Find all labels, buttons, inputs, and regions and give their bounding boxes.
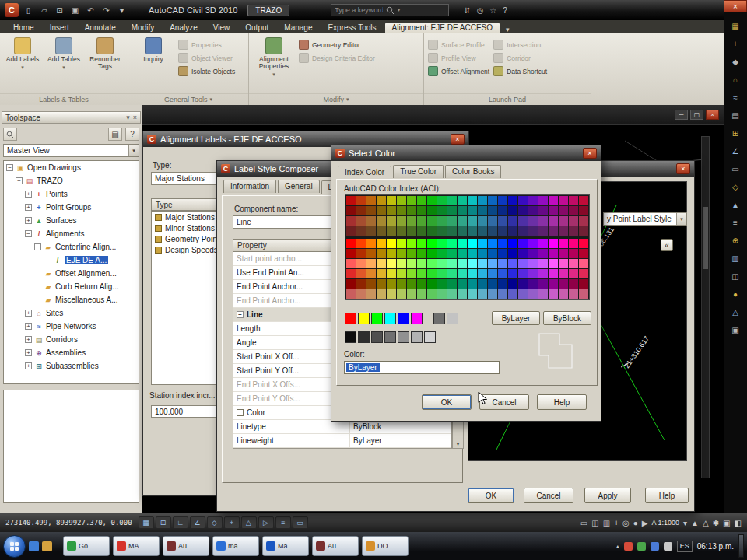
aci-swatch[interactable] bbox=[366, 239, 376, 248]
toolspace-autohide-icon[interactable]: ▾ bbox=[126, 114, 130, 121]
aci-swatch[interactable] bbox=[407, 226, 416, 236]
tree-item-open-drawings[interactable]: −▣Open Drawings bbox=[4, 161, 139, 174]
aci-swatch[interactable] bbox=[366, 279, 376, 289]
aci-swatch[interactable] bbox=[407, 279, 416, 289]
aci-swatch[interactable] bbox=[559, 289, 568, 299]
gray-shade-swatch[interactable] bbox=[358, 331, 370, 343]
tree-expand-toggle[interactable]: + bbox=[25, 191, 32, 198]
ribbon-button-geometry-editor[interactable]: Geometry Editor bbox=[299, 40, 375, 50]
aci-swatch[interactable] bbox=[498, 216, 507, 226]
aci-swatch[interactable] bbox=[377, 196, 386, 205]
aci-swatch[interactable] bbox=[579, 279, 588, 289]
composer-apply-button[interactable]: Apply bbox=[584, 488, 631, 503]
aci-swatch[interactable] bbox=[417, 239, 426, 248]
aci-swatch[interactable] bbox=[579, 239, 588, 248]
aci-swatch[interactable] bbox=[447, 216, 457, 226]
aci-swatch[interactable] bbox=[387, 289, 396, 299]
aci-swatch[interactable] bbox=[508, 269, 517, 278]
aci-swatch[interactable] bbox=[478, 289, 487, 299]
autoscale-icon[interactable]: △ bbox=[703, 519, 709, 527]
aci-swatch[interactable] bbox=[346, 259, 356, 268]
aci-swatch[interactable] bbox=[549, 249, 558, 258]
aci-swatch[interactable] bbox=[427, 279, 437, 289]
aci-swatch[interactable] bbox=[488, 259, 497, 268]
aci-swatch[interactable] bbox=[377, 269, 386, 278]
search-dropdown-icon[interactable]: ▾ bbox=[398, 7, 446, 13]
aci-swatch[interactable] bbox=[377, 289, 386, 299]
toolspace-close-icon[interactable]: × bbox=[133, 114, 137, 121]
close-icon[interactable]: × bbox=[583, 148, 597, 159]
composer-help-button[interactable]: Help bbox=[645, 488, 689, 503]
new-icon[interactable]: ▯ bbox=[23, 5, 34, 16]
taskbar-item-0[interactable]: Go... bbox=[63, 536, 110, 556]
ribbon-tab-home[interactable]: Home bbox=[6, 23, 41, 33]
aci-swatch[interactable] bbox=[528, 279, 538, 289]
aci-swatch[interactable] bbox=[356, 239, 366, 248]
aci-swatch[interactable] bbox=[518, 196, 528, 205]
aci-swatch[interactable] bbox=[559, 269, 568, 278]
aci-swatch[interactable] bbox=[569, 259, 578, 268]
aci-swatch[interactable] bbox=[508, 239, 517, 248]
aci-swatch[interactable] bbox=[366, 269, 376, 278]
search-icon[interactable] bbox=[386, 6, 395, 15]
tree-item-alignments[interactable]: −/Alignments bbox=[4, 227, 139, 240]
aci-swatch[interactable] bbox=[397, 216, 406, 226]
aci-swatch[interactable] bbox=[366, 289, 376, 299]
ribbon-button-intersection[interactable]: Intersection bbox=[493, 40, 547, 50]
aci-swatch[interactable] bbox=[579, 269, 588, 278]
aci-swatch[interactable] bbox=[518, 259, 528, 268]
aci-swatch[interactable] bbox=[488, 279, 497, 289]
aci-swatch[interactable] bbox=[538, 206, 548, 215]
right-toolbar-icon[interactable]: ⌂ bbox=[729, 74, 742, 85]
aci-swatch[interactable] bbox=[417, 206, 426, 215]
redo-icon[interactable]: ↷ bbox=[100, 5, 112, 16]
aci-swatch[interactable] bbox=[417, 226, 426, 236]
plot-icon[interactable]: ▣ bbox=[69, 5, 81, 16]
ribbon-panel-title[interactable]: Modify▾ bbox=[249, 93, 423, 105]
aci-swatch[interactable] bbox=[356, 206, 366, 215]
aci-swatch[interactable] bbox=[356, 196, 366, 205]
aci-swatch[interactable] bbox=[356, 226, 366, 236]
aci-swatch[interactable] bbox=[377, 279, 386, 289]
aci-swatch[interactable] bbox=[397, 269, 406, 278]
communication-center-icon[interactable]: ◎ bbox=[477, 6, 484, 15]
aci-swatch[interactable] bbox=[458, 196, 467, 205]
aci-swatch[interactable] bbox=[518, 269, 528, 278]
aci-swatch[interactable] bbox=[458, 216, 467, 226]
standard-color-swatch[interactable] bbox=[411, 313, 423, 324]
aci-swatch[interactable] bbox=[346, 196, 356, 205]
aci-swatch[interactable] bbox=[366, 216, 376, 226]
composer-tab-general[interactable]: General bbox=[278, 180, 320, 193]
aci-swatch[interactable] bbox=[498, 226, 507, 236]
aci-swatch[interactable] bbox=[498, 269, 507, 278]
tree-item-offset-alignmen[interactable]: ▰Offset Alignmen... bbox=[4, 267, 139, 280]
right-toolbar-icon[interactable]: ⊞ bbox=[729, 128, 742, 138]
aci-swatch[interactable] bbox=[518, 226, 528, 236]
aci-swatch[interactable] bbox=[498, 239, 507, 248]
aci-swatch[interactable] bbox=[498, 206, 507, 215]
show-motion-icon[interactable]: ▶ bbox=[642, 519, 648, 527]
aci-swatch[interactable] bbox=[579, 249, 588, 258]
aci-swatch[interactable] bbox=[579, 196, 588, 205]
aci-swatch[interactable] bbox=[387, 249, 396, 258]
aci-swatch[interactable] bbox=[397, 206, 406, 215]
aci-swatch[interactable] bbox=[346, 289, 356, 299]
tree-expand-toggle[interactable]: + bbox=[25, 362, 32, 369]
toolbar-lock-icon[interactable]: ▣ bbox=[723, 519, 730, 527]
aci-swatch[interactable] bbox=[549, 269, 558, 278]
quick-launch-icon[interactable] bbox=[42, 541, 52, 551]
aci-swatch[interactable] bbox=[346, 249, 356, 258]
color-input[interactable]: ByLayer bbox=[344, 361, 500, 374]
aci-swatch[interactable] bbox=[437, 259, 447, 268]
ribbon-button-alignment-properties[interactable]: Alignment Properties▾ bbox=[253, 37, 295, 78]
aci-swatch[interactable] bbox=[377, 239, 386, 248]
ribbon-button-inquiry[interactable]: Inquiry bbox=[132, 37, 174, 63]
tree-expand-toggle[interactable]: + bbox=[25, 204, 32, 211]
aci-swatch[interactable] bbox=[468, 249, 477, 258]
right-toolbar-icon[interactable]: ▤ bbox=[729, 110, 742, 121]
property-row-linetype[interactable]: LinetypeByBlock bbox=[233, 420, 451, 434]
ribbon-button-design-criteria-editor[interactable]: Design Criteria Editor bbox=[299, 53, 375, 63]
aci-swatch[interactable] bbox=[387, 239, 396, 248]
ribbon-button-object-viewer[interactable]: Object Viewer bbox=[178, 53, 235, 63]
aci-swatch[interactable] bbox=[356, 216, 366, 226]
